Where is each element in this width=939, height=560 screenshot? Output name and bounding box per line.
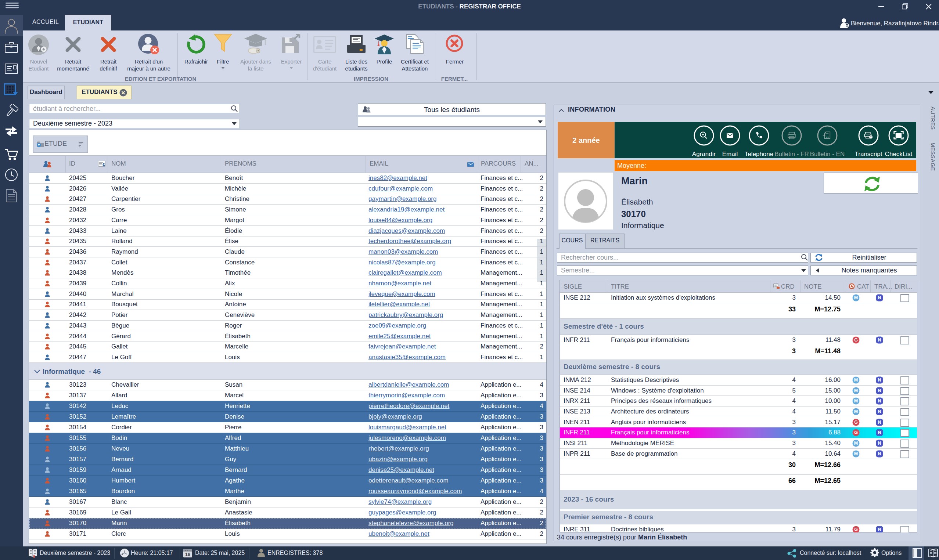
svg-text:M: M — [854, 377, 858, 383]
svg-text:N: N — [877, 441, 881, 446]
svg-text:N: N — [877, 388, 881, 393]
svg-text:N: N — [877, 295, 881, 300]
svg-text:M: M — [854, 388, 858, 393]
svg-text:G: G — [854, 527, 858, 532]
svg-text:18: 18 — [185, 552, 190, 557]
svg-text:N: N — [877, 527, 881, 532]
svg-text:N: N — [877, 398, 881, 403]
svg-text:M: M — [854, 295, 858, 300]
svg-text:N: N — [877, 420, 881, 425]
svg-text:G: G — [854, 337, 858, 343]
svg-text:N: N — [877, 377, 881, 383]
svg-text:31: 31 — [826, 135, 829, 138]
svg-text:N: N — [877, 409, 881, 414]
svg-text:M: M — [854, 398, 858, 403]
svg-text:G: G — [854, 430, 858, 435]
svg-text:M: M — [854, 451, 858, 457]
svg-text:M: M — [854, 409, 858, 414]
svg-text:M: M — [854, 441, 858, 446]
svg-text:N: N — [877, 337, 881, 343]
svg-text:G: G — [854, 420, 858, 425]
svg-text:?: ? — [870, 135, 872, 139]
svg-text:N: N — [877, 451, 881, 457]
svg-text:N: N — [877, 430, 881, 435]
